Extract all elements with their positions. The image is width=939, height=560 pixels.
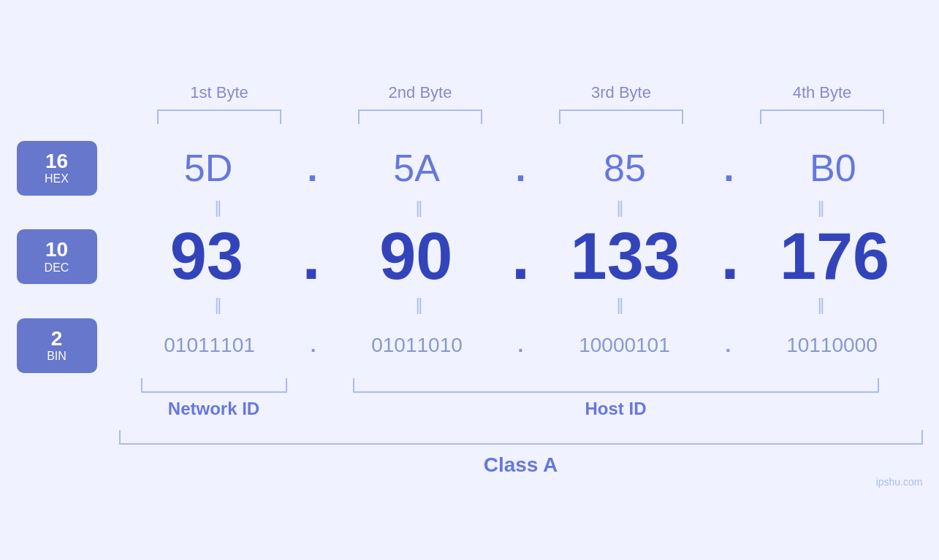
dec-dot2: . bbox=[512, 219, 530, 294]
bin-badge: 2 BIN bbox=[17, 318, 97, 373]
equals1-byte1: ‖ bbox=[214, 199, 225, 218]
host-id-bracket bbox=[353, 378, 879, 393]
bin-dot2: . bbox=[518, 334, 524, 357]
equals2-byte2: ‖ bbox=[415, 296, 426, 315]
hex-badge: 16 HEX bbox=[17, 141, 97, 196]
equals2-byte3: ‖ bbox=[616, 296, 627, 315]
equals2-byte1: ‖ bbox=[214, 296, 225, 315]
host-id-section: Host ID bbox=[309, 378, 923, 419]
hex-dot1: . bbox=[307, 146, 317, 190]
class-a-bracket bbox=[119, 430, 923, 445]
watermark: ipshu.com bbox=[876, 476, 923, 488]
byte1-top-bracket bbox=[139, 110, 300, 124]
bin-byte2: 01011010 bbox=[337, 334, 498, 357]
network-id-label: Network ID bbox=[168, 399, 259, 419]
bin-values-row: 01011101 . 01011010 . 10000101 . 1011000… bbox=[119, 334, 923, 357]
bin-base-label: BIN bbox=[47, 350, 66, 363]
dec-base-label: DEC bbox=[45, 261, 69, 275]
class-a-section: Class A bbox=[119, 430, 923, 477]
equals1-byte4: ‖ bbox=[817, 199, 828, 218]
dec-byte1: 93 bbox=[126, 219, 287, 294]
hex-byte4: B0 bbox=[753, 146, 913, 190]
bin-byte4: 10110000 bbox=[751, 334, 912, 357]
hex-byte3: 85 bbox=[544, 146, 705, 190]
dec-dot1: . bbox=[303, 219, 321, 294]
equals1-byte3: ‖ bbox=[616, 199, 627, 218]
dec-byte3: 133 bbox=[545, 219, 706, 294]
hex-base-label: HEX bbox=[45, 172, 69, 185]
byte3-top-bracket bbox=[541, 110, 702, 124]
dec-base-number: 10 bbox=[45, 239, 68, 261]
byte2-header: 2nd Byte bbox=[340, 83, 501, 102]
byte3-header: 3rd Byte bbox=[541, 83, 702, 102]
byte2-top-bracket bbox=[340, 110, 501, 124]
byte4-top-bracket bbox=[742, 110, 902, 124]
hex-dot3: . bbox=[723, 146, 734, 190]
class-a-label: Class A bbox=[119, 453, 923, 477]
dec-byte2: 90 bbox=[335, 219, 496, 294]
equals1-byte2: ‖ bbox=[415, 199, 426, 218]
dec-dot3: . bbox=[721, 219, 739, 294]
dec-values-row: 93 . 90 . 133 . 176 bbox=[119, 219, 923, 294]
bottom-section: Network ID Host ID bbox=[119, 378, 923, 419]
bin-dot3: . bbox=[726, 334, 731, 357]
equals2-byte4: ‖ bbox=[817, 296, 828, 315]
hex-dot2: . bbox=[515, 146, 525, 190]
byte4-header: 4th Byte bbox=[742, 83, 902, 102]
dec-badge: 10 DEC bbox=[17, 229, 97, 284]
host-id-label: Host ID bbox=[585, 399, 647, 419]
bin-dot1: . bbox=[311, 334, 316, 357]
dec-byte4: 176 bbox=[754, 219, 915, 294]
bin-byte1: 01011101 bbox=[129, 334, 290, 357]
bin-base-number: 2 bbox=[51, 328, 63, 350]
bin-byte3: 10000101 bbox=[544, 334, 704, 357]
hex-values-row: 5D . 5A . 85 . B0 bbox=[119, 146, 923, 190]
hex-byte2: 5A bbox=[336, 146, 497, 190]
hex-base-number: 16 bbox=[45, 150, 68, 173]
byte1-header: 1st Byte bbox=[139, 83, 300, 102]
network-id-section: Network ID bbox=[119, 378, 309, 419]
network-id-bracket bbox=[141, 378, 287, 393]
hex-byte1: 5D bbox=[128, 146, 289, 190]
